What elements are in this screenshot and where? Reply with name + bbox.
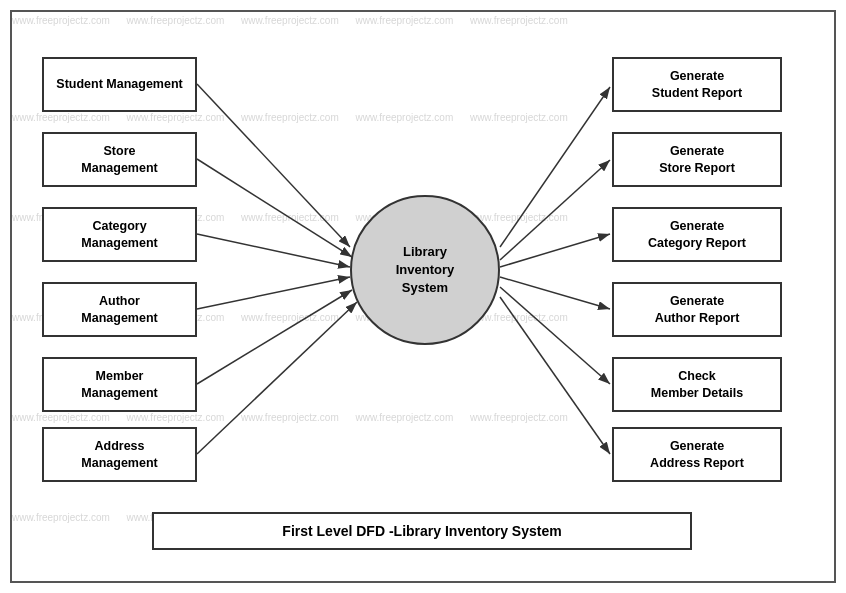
svg-line-9 [500, 234, 610, 267]
caption-box: First Level DFD -Library Inventory Syste… [152, 512, 692, 550]
svg-line-11 [500, 287, 610, 384]
category-management-box: CategoryManagement [42, 207, 197, 262]
svg-line-1 [197, 84, 350, 247]
svg-line-7 [500, 87, 610, 247]
svg-line-3 [197, 234, 350, 267]
generate-category-report-box: GenerateCategory Report [612, 207, 782, 262]
svg-line-10 [500, 277, 610, 309]
generate-student-report-box: GenerateStudent Report [612, 57, 782, 112]
student-management-box: Student Management [42, 57, 197, 112]
address-management-box: AddressManagement [42, 427, 197, 482]
svg-line-4 [197, 277, 350, 309]
center-circle: LibraryInventorySystem [350, 195, 500, 345]
svg-line-8 [500, 160, 610, 260]
svg-line-12 [500, 297, 610, 454]
store-management-box: StoreManagement [42, 132, 197, 187]
check-member-details-box: CheckMember Details [612, 357, 782, 412]
generate-author-report-box: GenerateAuthor Report [612, 282, 782, 337]
generate-address-report-box: GenerateAddress Report [612, 427, 782, 482]
member-management-box: MemberManagement [42, 357, 197, 412]
svg-line-6 [197, 302, 357, 454]
generate-store-report-box: GenerateStore Report [612, 132, 782, 187]
author-management-box: AuthorManagement [42, 282, 197, 337]
svg-line-2 [197, 159, 352, 257]
diagram-container: www.freeprojectz.com www.freeprojectz.co… [10, 10, 836, 583]
